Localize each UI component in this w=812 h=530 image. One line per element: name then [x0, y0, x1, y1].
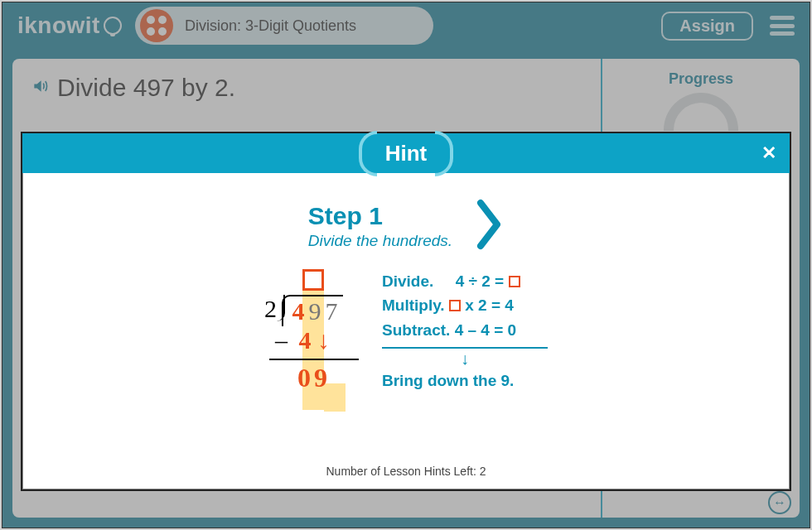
step-text: Step 1 Divide the hundreds.	[308, 202, 452, 250]
explain-multiply-expr: x 2 = 4	[465, 296, 514, 314]
result-row: 09	[297, 362, 359, 393]
work-row: 2 4 9 7 – 4 ↓ 09	[56, 269, 756, 393]
step-subtitle: Divide the hundreds.	[308, 232, 452, 250]
division-bracket: 4 9 7	[282, 295, 343, 326]
subtract-row: – 4 ↓	[274, 325, 359, 355]
explain-column: Divide. 4 ÷ 2 = Multiply. x 2 = 4 Subtra…	[382, 269, 548, 393]
explain-multiply-label: Multiply.	[382, 296, 445, 314]
quotient-box	[302, 269, 324, 291]
explain-divide-label: Divide.	[382, 272, 433, 290]
hint-title: Hint	[374, 141, 439, 166]
long-division: 2 4 9 7 – 4 ↓ 09	[264, 269, 359, 393]
app-window: iknowit Division: 3-Digit Quotients Assi…	[2, 2, 810, 528]
hint-modal: Hint ✕ Step 1 Divide the hundreds.	[21, 132, 791, 491]
bring-down-text: Bring down the 9.	[382, 369, 548, 393]
dividend-digit-0: 4	[290, 296, 307, 326]
hint-footer: Number of Lesson Hints Left: 2	[22, 455, 790, 489]
division-line: 2 4 9 7	[264, 294, 359, 325]
bring-down-arrow-icon: ↓	[382, 350, 548, 367]
subtract-value: 4	[291, 325, 319, 355]
hint-header: Hint ✕	[22, 133, 790, 173]
step-row: Step 1 Divide the hundreds.	[56, 198, 756, 254]
explain-subtract-label: Subtract.	[382, 321, 450, 339]
next-step-button[interactable]	[476, 198, 504, 254]
answer-box-icon	[449, 300, 461, 311]
down-arrow-icon: ↓	[317, 328, 330, 353]
explain-subtract-expr: 4 – 4 = 0	[455, 321, 516, 339]
rule-line	[269, 359, 359, 360]
dividend-digit-2: 7	[323, 296, 340, 326]
dividend-digit-1: 9	[307, 296, 323, 326]
close-icon[interactable]: ✕	[761, 142, 776, 164]
explain-divider	[382, 347, 548, 349]
step-number: Step 1	[308, 202, 452, 230]
hint-body: Step 1 Divide the hundreds. 2 4	[22, 173, 790, 455]
answer-box-icon	[509, 276, 520, 287]
explain-divide-expr: 4 ÷ 2 =	[456, 272, 505, 290]
